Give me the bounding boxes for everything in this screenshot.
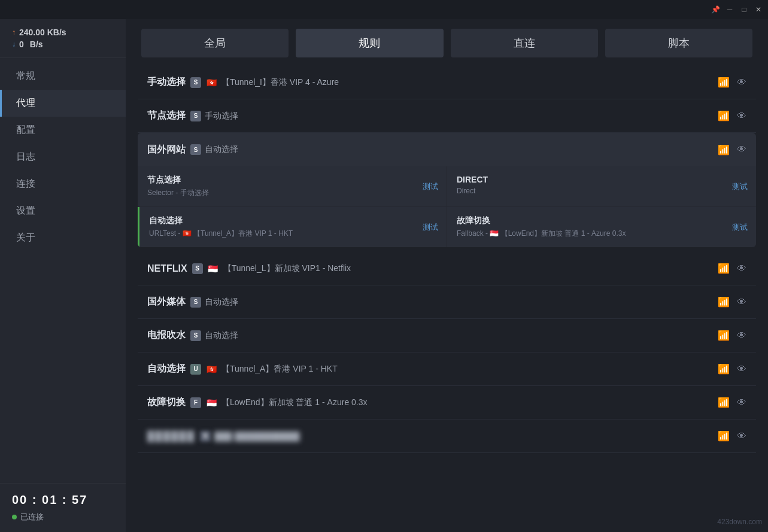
top-tabs: 全局 规则 直连 脚本 [126, 19, 768, 63]
main-content: 全局 规则 直连 脚本 手动选择 S 🇭🇰 【Tunnel_I】香港 VIP 4… [126, 19, 768, 532]
proxy-row-overseas-media[interactable]: 国外媒体 S 自动选择 📶 👁 [138, 285, 756, 319]
download-stat: ↓ 0 B/s [12, 39, 114, 49]
eye-icon-node[interactable]: 👁 [737, 111, 746, 121]
proxy-server-blurred: ███ ███████████ [214, 431, 718, 441]
proxy-actions-node: 📶 👁 [718, 110, 746, 121]
proxy-name-telegram: 电报吹水 [147, 329, 186, 342]
sidebar-item-settings[interactable]: 设置 [0, 197, 126, 224]
minimize-button[interactable]: ─ [725, 5, 734, 14]
eye-icon-netflix[interactable]: 👁 [737, 263, 746, 274]
proxy-row-manual-select[interactable]: 手动选择 S 🇭🇰 【Tunnel_I】香港 VIP 4 - Azure 📶 👁 [138, 66, 756, 99]
close-button[interactable]: ✕ [754, 5, 763, 14]
proxy-actions-netflix: 📶 👁 [718, 263, 746, 274]
sub-card-name-direct: DIRECT [457, 175, 746, 184]
eye-off-icon-overseas[interactable]: 👁 [737, 144, 746, 155]
proxy-badge-overseas-s: S [190, 144, 201, 155]
proxy-server-overseas: 自动选择 [205, 144, 718, 155]
proxy-name-netflix: NETFLIX [147, 263, 187, 274]
wifi-icon-netflix[interactable]: 📶 [718, 263, 730, 274]
wifi-icon-auto[interactable]: 📶 [718, 363, 730, 375]
proxy-server-netflix: 【Tunnel_L】新加坡 VIP1 - Netflix [223, 263, 718, 274]
proxy-row-blurred[interactable]: ██████ S ███ ███████████ 📶 👁 [138, 419, 756, 453]
sidebar-item-log[interactable]: 日志 [0, 144, 126, 171]
tab-global[interactable]: 全局 [141, 29, 289, 57]
wifi-icon-blurred[interactable]: 📶 [718, 430, 730, 442]
download-unit: B/s [30, 39, 43, 49]
proxy-actions-failover-main: 📶 👁 [718, 397, 746, 408]
status-dot-icon [12, 515, 17, 519]
status-label: 已连接 [20, 512, 44, 522]
tab-script[interactable]: 脚本 [605, 29, 752, 57]
sidebar-item-proxy[interactable]: 代理 [0, 90, 126, 117]
proxy-name-failover-main: 故障切换 [147, 396, 186, 409]
sub-card-auto-select[interactable]: 自动选择 URLTest - 🇭🇰 【Tunnel_A】香港 VIP 1 - H… [138, 207, 447, 247]
proxy-row-node-select[interactable]: 节点选择 S 手动选择 📶 👁 [138, 99, 756, 133]
proxy-badge-node-s: S [190, 111, 201, 121]
proxy-row-netflix[interactable]: NETFLIX S 🇸🇬 【Tunnel_L】新加坡 VIP1 - Netfli… [138, 252, 756, 285]
proxy-badge-s: S [190, 77, 201, 88]
proxy-actions-telegram: 📶 👁 [718, 330, 746, 341]
sidebar-item-general[interactable]: 常规 [0, 63, 126, 90]
tab-direct[interactable]: 直连 [451, 29, 598, 57]
proxy-row-telegram[interactable]: 电报吹水 S 自动选择 📶 👁 [138, 319, 756, 352]
sidebar: ↑ 240.00 KB/s ↓ 0 B/s 常规 代理 配置 日志 连接 设置 … [0, 19, 126, 532]
wifi-icon-node[interactable]: 📶 [718, 110, 730, 121]
maximize-button[interactable]: □ [739, 5, 749, 14]
flag-hk-icon: 🇭🇰 [205, 78, 218, 87]
wifi-icon-telegram[interactable]: 📶 [718, 330, 730, 341]
sub-card-type-failover: Fallback - 🇸🇬 【LowEnd】新加坡 普通 1 - Azure 0… [457, 229, 746, 239]
tab-rule[interactable]: 规则 [296, 29, 443, 57]
proxy-badge-failover-f: F [190, 397, 201, 408]
sidebar-item-config[interactable]: 配置 [0, 117, 126, 144]
proxy-badge-auto-u: U [190, 364, 201, 375]
proxy-badge-telegram-s: S [190, 330, 201, 341]
proxy-actions-auto: 📶 👁 [718, 363, 746, 375]
test-button-node[interactable]: 测试 [423, 181, 438, 192]
sidebar-footer: 00 : 01 : 57 已连接 [0, 483, 126, 532]
sub-card-failover[interactable]: 故障切换 Fallback - 🇸🇬 【LowEnd】新加坡 普通 1 - Az… [447, 207, 756, 247]
eye-icon-blurred[interactable]: 👁 [737, 431, 746, 442]
proxy-actions-overseas: 📶 👁 [718, 144, 746, 156]
proxy-name-manual-select: 手动选择 [147, 76, 186, 89]
proxy-row-overseas-site[interactable]: 国外网站 S 自动选择 📶 👁 [138, 133, 756, 166]
sub-card-name-failover: 故障切换 [457, 215, 746, 226]
sub-card-type-node: Selector - 手动选择 [147, 188, 437, 198]
test-button-direct[interactable]: 测试 [732, 181, 748, 192]
test-button-auto[interactable]: 测试 [423, 222, 438, 233]
sub-panel-overseas: 节点选择 Selector - 手动选择 测试 DIRECT Direct 测试… [138, 166, 756, 247]
sidebar-nav: 常规 代理 配置 日志 连接 设置 关于 [0, 58, 126, 483]
wifi-icon[interactable]: 📶 [718, 77, 730, 88]
upload-arrow-icon: ↑ [12, 28, 16, 37]
flag-sg-failover-icon: 🇸🇬 [205, 398, 218, 408]
proxy-name-overseas-media: 国外媒体 [147, 296, 186, 308]
sub-card-name-auto: 自动选择 [149, 215, 437, 226]
eye-icon-media[interactable]: 👁 [737, 297, 746, 308]
proxy-name-overseas: 国外网站 [147, 144, 186, 156]
stats-panel: ↑ 240.00 KB/s ↓ 0 B/s [0, 19, 126, 58]
eye-icon-auto[interactable]: 👁 [737, 364, 746, 375]
eye-icon-failover[interactable]: 👁 [737, 397, 746, 408]
proxy-row-failover[interactable]: 故障切换 F 🇸🇬 【LowEnd】新加坡 普通 1 - Azure 0.3x … [138, 386, 756, 419]
test-button-failover[interactable]: 测试 [732, 222, 748, 233]
flag-hk-auto-icon: 🇭🇰 [205, 364, 218, 374]
wifi-icon-overseas[interactable]: 📶 [718, 144, 730, 156]
sub-card-direct[interactable]: DIRECT Direct 测试 [447, 166, 756, 206]
wifi-icon-media[interactable]: 📶 [718, 296, 730, 308]
sub-card-type-direct: Direct [457, 187, 746, 195]
sidebar-item-connection[interactable]: 连接 [0, 171, 126, 197]
eye-icon-telegram[interactable]: 👁 [737, 330, 746, 341]
proxy-row-auto-select[interactable]: 自动选择 U 🇭🇰 【Tunnel_A】香港 VIP 1 - HKT 📶 👁 [138, 352, 756, 386]
sub-card-node-select[interactable]: 节点选择 Selector - 手动选择 测试 [138, 166, 447, 206]
eye-icon[interactable]: 👁 [737, 77, 746, 88]
sidebar-item-about[interactable]: 关于 [0, 224, 126, 251]
titlebar: 📌 ─ □ ✕ [0, 0, 768, 19]
proxy-server-manual: 【Tunnel_I】香港 VIP 4 - Azure [221, 77, 718, 88]
pin-button[interactable]: 📌 [711, 5, 720, 14]
proxy-name-blurred: ██████ [147, 431, 195, 442]
proxy-name-auto-select: 自动选择 [147, 363, 186, 375]
sub-card-type-auto: URLTest - 🇭🇰 【Tunnel_A】香港 VIP 1 - HKT [149, 229, 437, 239]
proxy-server-failover-main: 【LowEnd】新加坡 普通 1 - Azure 0.3x [221, 397, 718, 408]
wifi-icon-failover[interactable]: 📶 [718, 397, 730, 408]
proxy-actions-manual: 📶 👁 [718, 77, 746, 88]
connection-status: 已连接 [12, 512, 114, 522]
